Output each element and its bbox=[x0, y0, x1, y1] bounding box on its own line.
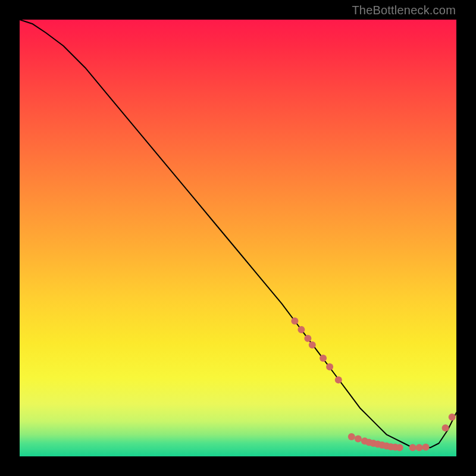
curve-markers bbox=[291, 318, 455, 452]
curve-marker bbox=[409, 444, 416, 451]
curve-marker bbox=[335, 377, 342, 384]
watermark-text: TheBottleneck.com bbox=[352, 4, 456, 17]
curve-marker bbox=[355, 436, 362, 443]
curve-marker bbox=[298, 326, 305, 333]
curve-marker bbox=[304, 335, 311, 342]
curve-marker bbox=[320, 355, 327, 362]
chart-svg bbox=[20, 20, 456, 456]
curve-marker bbox=[309, 342, 316, 349]
curve-marker bbox=[442, 424, 449, 431]
curve-marker bbox=[422, 444, 430, 451]
bottleneck-curve bbox=[20, 20, 456, 447]
curve-marker bbox=[396, 444, 403, 451]
curve-marker bbox=[449, 414, 456, 421]
curve-marker bbox=[291, 318, 298, 325]
curve-marker bbox=[416, 444, 423, 451]
curve-marker bbox=[348, 433, 355, 440]
plot-area bbox=[20, 20, 456, 456]
chart-frame: TheBottleneck.com bbox=[0, 0, 476, 476]
curve-marker bbox=[326, 364, 333, 371]
